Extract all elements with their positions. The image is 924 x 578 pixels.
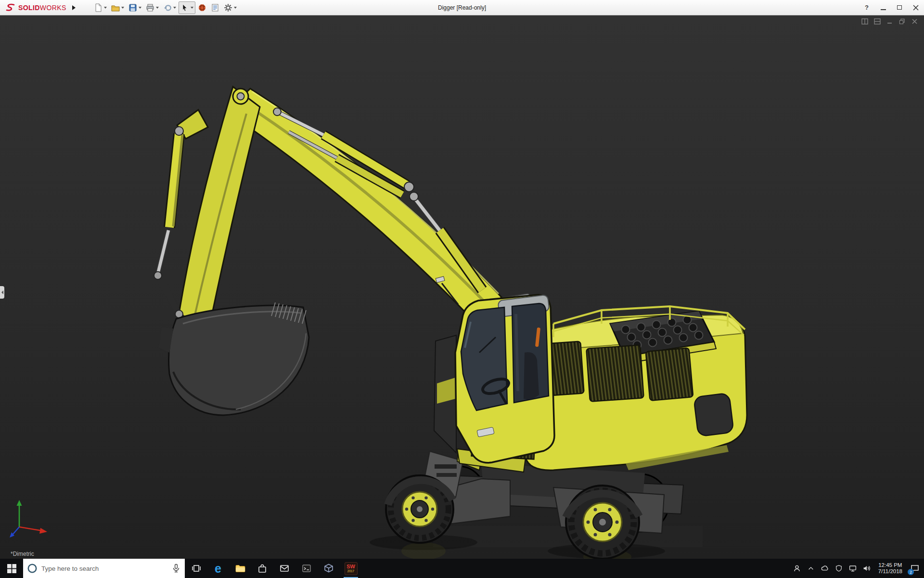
taskbar-search[interactable] <box>23 559 185 578</box>
save-button[interactable] <box>127 1 143 14</box>
save-floppy-icon <box>128 3 137 12</box>
defender-tray-button[interactable] <box>834 563 844 574</box>
new-document-icon <box>94 3 103 12</box>
file-properties-button[interactable] <box>209 1 221 14</box>
edge-icon: e <box>215 563 221 575</box>
start-button[interactable] <box>0 559 23 578</box>
cube-icon <box>323 563 334 574</box>
windows-logo-icon <box>7 564 16 573</box>
bucket[interactable] <box>159 302 309 415</box>
operator-seat[interactable] <box>524 352 539 399</box>
onedrive-tray-button[interactable] <box>820 563 830 574</box>
folder-icon <box>235 563 246 574</box>
close-button[interactable] <box>908 0 924 15</box>
task-view-icon <box>191 563 202 574</box>
solidworks-logo: SOLIDWORKS <box>0 3 69 12</box>
network-button[interactable] <box>847 563 858 574</box>
chevron-up-icon <box>807 565 815 572</box>
maximize-icon <box>897 5 902 10</box>
window-controls: ? <box>859 0 924 15</box>
gear-icon <box>224 3 232 12</box>
dropdown-caret-icon[interactable] <box>139 7 141 9</box>
clock-time: 12:45 PM <box>878 562 902 568</box>
volume-button[interactable] <box>861 563 872 574</box>
clock-date: 7/11/2018 <box>878 568 902 575</box>
dropdown-caret-icon[interactable] <box>156 7 159 9</box>
dropdown-caret-icon[interactable] <box>234 7 237 9</box>
orientation-triad <box>9 494 53 539</box>
cad-viewer-button[interactable] <box>318 559 340 578</box>
rebuild-button[interactable] <box>196 1 208 14</box>
undo-button[interactable] <box>161 1 178 14</box>
terminal-button[interactable] <box>295 559 318 578</box>
y-axis-arrow <box>17 500 22 506</box>
action-center-button[interactable]: 2 <box>909 562 921 575</box>
boom[interactable] <box>226 89 501 324</box>
file-explorer-button[interactable] <box>229 559 251 578</box>
titlebar: SOLIDWORKS <box>0 0 924 15</box>
taskbar-clock[interactable]: 12:45 PM 7/11/2018 <box>875 562 905 575</box>
volume-icon <box>862 564 872 573</box>
solidworks-2017-icon: SW 2017 <box>345 562 358 575</box>
view-orientation-label: *Dimetric <box>11 551 34 557</box>
print-button[interactable] <box>144 1 161 14</box>
store-bag-icon <box>257 563 268 574</box>
graphics-viewport[interactable]: *Dimetric <box>0 15 924 559</box>
doc-close-button[interactable] <box>911 18 918 25</box>
rebuild-icon <box>198 3 206 12</box>
options-button[interactable] <box>222 1 239 14</box>
solidworks-app-button[interactable]: SW 2017 <box>340 559 362 578</box>
windows-taskbar: e <box>0 559 924 578</box>
doc-minimize-button[interactable] <box>886 18 893 25</box>
quick-access-toolbar <box>92 1 239 14</box>
dropdown-caret-icon[interactable] <box>173 7 176 9</box>
people-button[interactable] <box>792 563 802 574</box>
select-tool-button[interactable] <box>179 1 195 14</box>
print-icon <box>146 3 154 12</box>
dropdown-caret-icon[interactable] <box>104 7 107 9</box>
feature-tree-flyout-tab[interactable] <box>0 286 4 299</box>
open-button[interactable] <box>109 1 126 14</box>
open-folder-icon <box>111 3 120 12</box>
store-button[interactable] <box>251 559 273 578</box>
x-axis-arrow <box>39 528 47 534</box>
boom-apex-pin[interactable] <box>237 93 244 100</box>
search-input[interactable] <box>41 565 167 572</box>
hidden-icons-button[interactable] <box>806 563 816 574</box>
chevron-left-icon <box>1 290 3 294</box>
mail-icon <box>279 563 290 574</box>
ds-logo-icon <box>5 3 16 12</box>
cloud-icon <box>820 564 830 573</box>
pane-split-vertical-button[interactable] <box>861 18 868 25</box>
rear-vent-window[interactable] <box>693 393 733 436</box>
brand-name: SOLIDWORKS <box>18 4 66 12</box>
minimize-icon <box>881 9 886 10</box>
shield-icon <box>834 564 843 573</box>
select-cursor-icon <box>180 3 189 12</box>
pinned-apps: e <box>185 559 362 578</box>
file-properties-icon <box>211 3 219 12</box>
maximize-button[interactable] <box>891 0 908 15</box>
terminal-icon <box>301 563 312 574</box>
undo-arrow-icon <box>163 3 172 12</box>
minimize-button[interactable] <box>875 0 891 15</box>
close-icon <box>913 5 919 11</box>
network-icon <box>848 564 858 573</box>
cortana-icon[interactable] <box>27 563 38 574</box>
dropdown-caret-icon[interactable] <box>191 7 193 9</box>
task-view-button[interactable] <box>185 559 207 578</box>
microphone-icon[interactable] <box>171 564 181 573</box>
edge-button[interactable]: e <box>207 559 229 578</box>
system-tray: 12:45 PM 7/11/2018 2 <box>792 559 924 578</box>
menu-flyout-arrow-icon[interactable] <box>72 5 76 10</box>
document-window-controls <box>861 18 918 25</box>
help-button[interactable]: ? <box>859 0 875 15</box>
people-icon <box>792 564 802 573</box>
excavator-model[interactable] <box>0 15 924 559</box>
pane-split-horizontal-button[interactable] <box>873 18 881 25</box>
notification-badge: 2 <box>908 569 914 575</box>
mail-button[interactable] <box>273 559 295 578</box>
new-document-button[interactable] <box>92 1 109 14</box>
doc-restore-button[interactable] <box>898 18 906 25</box>
dropdown-caret-icon[interactable] <box>121 7 124 9</box>
